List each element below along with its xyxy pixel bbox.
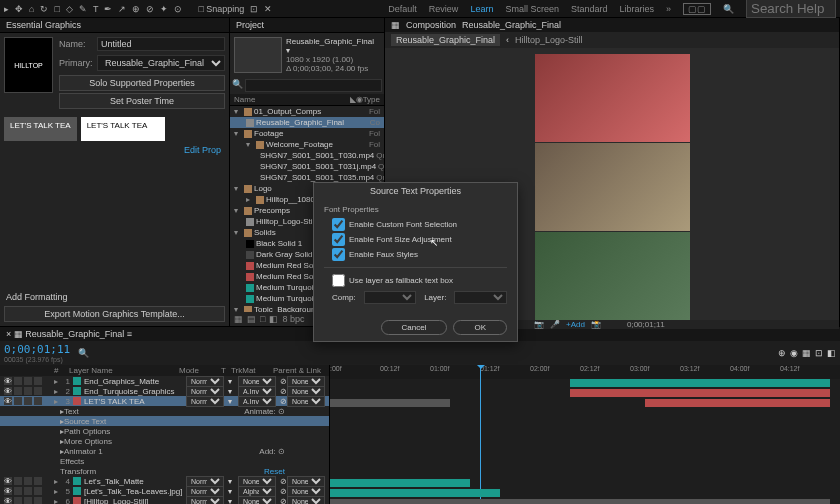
layer-icon[interactable]: ▦ (391, 20, 400, 30)
tool-icon[interactable]: T (93, 4, 99, 14)
layer-property[interactable]: ▸ Source Text (0, 416, 329, 426)
text-chip[interactable]: LET'S TALK TEA (4, 117, 77, 141)
tree-node[interactable]: ▾Welcome_FootageFol (230, 139, 384, 150)
tool-icon[interactable]: ◇ (66, 4, 73, 14)
timeline-layer[interactable]: 👁▸6[Hilltop_Logo-Still]Normal▾None⊘None (0, 496, 329, 504)
tl-icon[interactable]: ◉ (790, 348, 798, 358)
tree-node[interactable]: ▾01_Output_CompsFol (230, 106, 384, 117)
timeline-layer[interactable]: 👁▸4Let's_Talk_MatteNormal▾None⊘None (0, 476, 329, 486)
ok-button[interactable]: OK (453, 320, 507, 335)
search-icon[interactable]: 🔍 (78, 348, 89, 358)
tool-icon[interactable]: ⌂ (29, 4, 34, 14)
faux-styles-checkbox[interactable]: Enable Faux Styles (332, 248, 507, 261)
tool-icon[interactable]: ↗ (118, 4, 126, 14)
tool-icon[interactable]: ✥ (15, 4, 23, 14)
current-time[interactable]: 0;00;01;11 (4, 343, 70, 356)
poster-button[interactable]: Set Poster Time (59, 93, 225, 109)
tool-icon[interactable]: □ (54, 4, 59, 14)
custom-font-checkbox[interactable]: Enable Custom Font Selection (332, 218, 507, 231)
camera-icon[interactable]: 📷 (534, 320, 544, 329)
snapshot-icon[interactable]: 📸 (591, 320, 601, 329)
text-chip-editable[interactable]: LET'S TALK TEA (81, 117, 165, 141)
tree-node[interactable]: SHGN7_S001_S001_T031j.mp4Qu (230, 161, 384, 172)
layer-list: # Layer Name Mode T TrkMat Parent & Link… (0, 365, 330, 504)
tool-icon[interactable]: ⊙ (174, 4, 182, 14)
fallback-checkbox[interactable]: Use layer as fallback text box (332, 274, 507, 287)
playhead[interactable] (480, 365, 481, 504)
timeline-layer[interactable]: 👁▸2End_Turquoise_GraphicsNormal▾A.Inv⊘No… (0, 386, 329, 396)
breadcrumb[interactable]: Hilltop_Logo-Still (515, 35, 583, 45)
workspace-more-icon[interactable]: » (666, 4, 671, 14)
workspace-default[interactable]: Default (388, 4, 417, 14)
layer-bar[interactable] (330, 499, 830, 504)
footer-icon[interactable]: □ (260, 314, 265, 324)
label-icon[interactable]: ◉ (356, 95, 363, 104)
layer-select[interactable] (454, 291, 507, 304)
edit-properties-link[interactable]: Edit Prop (184, 145, 221, 155)
panel-title: Project (230, 18, 384, 33)
font-size-checkbox[interactable]: Enable Font Size Adjustment (332, 233, 507, 246)
layer-bar[interactable] (570, 379, 830, 387)
tool-icon[interactable]: ⊕ (132, 4, 140, 14)
layer-property[interactable]: Effects (0, 456, 329, 466)
poster-thumbnail[interactable]: HILLTOP (4, 37, 53, 93)
add-link[interactable]: +Add (566, 320, 585, 329)
layer-property[interactable]: ▸ TextAnimate: ⊙ (0, 406, 329, 416)
workspace-small[interactable]: Small Screen (505, 4, 559, 14)
cancel-button[interactable]: Cancel (381, 320, 448, 335)
mic-icon[interactable]: 🎤 (550, 320, 560, 329)
timeline-layer[interactable]: 👁▸3LET'S TALK TEANormal▾A.Inv⊘None (0, 396, 329, 406)
tool-icon[interactable]: ✎ (79, 4, 87, 14)
tool-icon[interactable]: ↻ (40, 4, 48, 14)
timeline-tracks[interactable]: :00f00:12f01:00f01:12f02:00f02:12f03:00f… (330, 365, 840, 504)
bpc-label[interactable]: 8 bpc (282, 314, 304, 324)
timeline-layer[interactable]: 👁▸5[Let's_Talk_Tea-Leaves.jpg]Normal▾Alp… (0, 486, 329, 496)
comp-select[interactable] (364, 291, 417, 304)
workspace-libraries[interactable]: Libraries (619, 4, 654, 14)
layer-property[interactable]: ▸ Animator 1Add: ⊙ (0, 446, 329, 456)
tree-node[interactable]: SHGN7_S001_S001_T030.mp4Qu (230, 150, 384, 161)
snap-icon[interactable]: ⊡ (250, 4, 258, 14)
tl-icon[interactable]: ▦ (802, 348, 811, 358)
timeline-layer[interactable]: 👁▸1End_Graphics_MatteNormal▾None⊘None (0, 376, 329, 386)
snap-icon[interactable]: ✕ (264, 4, 272, 14)
layer-bar[interactable] (330, 479, 470, 487)
solo-button[interactable]: Solo Supported Properties (59, 75, 225, 91)
export-template-button[interactable]: Export Motion Graphics Template... (4, 306, 225, 322)
project-search[interactable] (245, 79, 382, 92)
layer-property[interactable]: ▸ Path Options (0, 426, 329, 436)
workspace-learn[interactable]: Learn (470, 4, 493, 14)
footer-icon[interactable]: ▤ (247, 314, 256, 324)
tl-icon[interactable]: ⊕ (778, 348, 786, 358)
layer-bar[interactable] (570, 389, 830, 397)
layer-property[interactable]: TransformReset (0, 466, 329, 476)
footer-icon[interactable]: ◧ (269, 314, 278, 324)
box-icon[interactable]: ▢▢ (683, 3, 711, 15)
tool-icon[interactable]: ✦ (160, 4, 168, 14)
primary-select[interactable]: Reusable_Graphic_Final (97, 55, 225, 71)
tool-icon[interactable]: ▸ (4, 4, 9, 14)
snapping-toggle[interactable]: □ Snapping (198, 4, 244, 14)
timeline-panel: × ▦ Reusable_Graphic_Final ≡ 0;00;01;11 … (0, 326, 840, 504)
tree-node[interactable]: ▾FootageFol (230, 128, 384, 139)
tl-icon[interactable]: ◧ (827, 348, 836, 358)
time-ruler[interactable]: :00f00:12f01:00f01:12f02:00f02:12f03:00f… (330, 365, 840, 379)
layer-property[interactable]: ▸ More Options (0, 436, 329, 446)
breadcrumb[interactable]: Reusable_Graphic_Final (391, 34, 500, 46)
search-help-input[interactable] (746, 0, 836, 18)
layer-bar[interactable] (330, 489, 500, 497)
workspace-review[interactable]: Review (429, 4, 459, 14)
tree-node[interactable]: Reusable_Graphic_FinalCo (230, 117, 384, 128)
tl-icon[interactable]: ⊡ (815, 348, 823, 358)
layer-bar[interactable] (330, 399, 450, 407)
tool-icon[interactable]: ⊘ (146, 4, 154, 14)
tree-columns: Name ◣ ◉ Type (230, 94, 384, 106)
name-input[interactable] (97, 37, 225, 51)
add-formatting-button[interactable]: Add Formatting (6, 292, 223, 302)
footer-icon[interactable]: ▦ (234, 314, 243, 324)
tool-icon[interactable]: ✒ (104, 4, 112, 14)
dialog-title: Source Text Properties (314, 183, 517, 199)
layer-bar[interactable] (645, 399, 830, 407)
timecode[interactable]: 0;00;01;11 (627, 320, 665, 329)
workspace-standard[interactable]: Standard (571, 4, 608, 14)
